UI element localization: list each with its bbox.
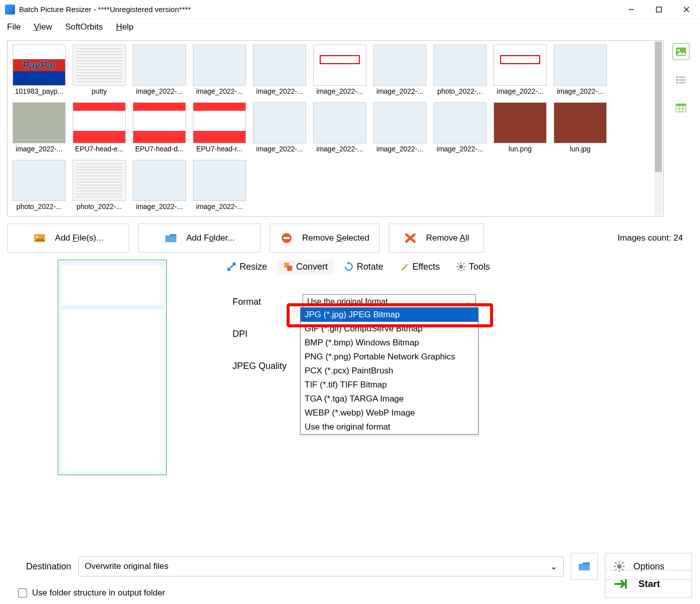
thumbnail-item[interactable]: image_2022-...	[312, 102, 367, 153]
thumbnail-item[interactable]: image_2022-...	[192, 45, 247, 95]
menu-view[interactable]: View	[34, 22, 52, 32]
tab-resize[interactable]: Resize	[220, 260, 273, 274]
tab-effects[interactable]: Effects	[393, 260, 446, 274]
thumbnail-item[interactable]: lun.jpg	[553, 102, 608, 153]
svg-rect-1	[656, 7, 661, 12]
format-dropdown-list[interactable]: JPG (*.jpg) JPEG BitmapGIF (*.gif) Compu…	[300, 307, 479, 435]
format-option[interactable]: Use the original format	[301, 420, 478, 434]
convert-icon	[283, 262, 293, 272]
destination-label: Destination	[8, 561, 71, 572]
thumbnail-item[interactable]: photo_2022-...	[72, 160, 127, 211]
svg-line-30	[463, 269, 464, 271]
maximize-button[interactable]	[645, 0, 672, 19]
thumbnail-image	[433, 102, 487, 143]
tab-tools[interactable]: Tools	[450, 260, 496, 274]
thumbnail-image	[133, 102, 186, 143]
svg-line-42	[622, 562, 623, 564]
tab-rotate[interactable]: Rotate	[338, 260, 389, 274]
menu-file[interactable]: File	[7, 22, 21, 32]
thumbnail-label: photo_2022-...	[433, 87, 487, 95]
format-option[interactable]: WEBP (*.webp) WebP Image	[301, 406, 478, 420]
view-thumbnails-button[interactable]	[672, 43, 689, 60]
thumbnail-item[interactable]: image_2022-...	[252, 102, 307, 153]
thumbnail-item[interactable]: image_2022-...	[192, 160, 247, 211]
thumbnail-image	[133, 160, 186, 201]
thumbnail-item[interactable]: EPU7-head-e...	[72, 102, 127, 153]
thumbnail-item[interactable]: EPU7-head-d...	[132, 102, 187, 153]
thumbnail-item[interactable]: putty	[72, 45, 127, 95]
thumbnail-item[interactable]: image_2022-...	[12, 102, 67, 153]
svg-rect-6	[676, 77, 678, 78]
thumbnail-item[interactable]: image_2022-...	[372, 45, 427, 95]
thumbnail-item[interactable]: image_2022-...	[132, 160, 187, 211]
app-icon	[5, 5, 15, 15]
thumbnail-item[interactable]: photo_2022-...	[12, 160, 67, 211]
thumbnail-item[interactable]: image_2022-...	[132, 45, 187, 95]
thumbnail-item[interactable]: image_2022-...	[432, 102, 488, 153]
tab-convert[interactable]: Convert	[277, 260, 334, 274]
thumbnail-item[interactable]: image_2022-...	[252, 45, 307, 95]
destination-value: Overwrite original files	[85, 561, 168, 571]
jpeg-quality-label: JPEG Quality	[232, 361, 303, 371]
add-files-button[interactable]: Add File(s)...	[7, 224, 129, 253]
thumbnail-label: lun.png	[494, 145, 547, 153]
convert-form: Format Use the original format ⌄ JPG (*.…	[220, 279, 693, 382]
thumbnail-image	[373, 102, 426, 143]
thumbnail-label: image_2022-...	[253, 87, 306, 95]
folder-structure-checkbox[interactable]	[18, 588, 27, 597]
menu-help[interactable]: Help	[116, 22, 134, 32]
start-button[interactable]: Start	[605, 570, 692, 598]
close-button[interactable]	[672, 0, 700, 19]
thumbnail-item[interactable]: photo_2022-...	[432, 45, 488, 95]
thumbnail-image	[313, 102, 366, 143]
thumbnail-label: EPU7-head-e...	[73, 145, 126, 153]
menu-softorbits[interactable]: SoftOrbits	[65, 22, 103, 32]
thumbnail-item[interactable]: EPU7-head-r...	[192, 102, 247, 153]
thumbnail-image	[193, 160, 246, 201]
start-label: Start	[638, 578, 660, 589]
minimize-button[interactable]	[617, 0, 645, 19]
thumbnail-item[interactable]: image_2022-...	[312, 45, 367, 95]
tab-strip: Resize Convert Rotate Effects Tools	[220, 258, 693, 276]
images-count-label: Images count: 24	[618, 233, 693, 243]
thumbnail-grid[interactable]: 101983_payp...puttyimage_2022-...image_2…	[7, 40, 664, 217]
rotate-icon	[344, 262, 354, 272]
remove-icon	[280, 232, 293, 244]
format-label: Format	[232, 297, 303, 307]
thumbnail-label: image_2022-...	[253, 145, 306, 153]
thumbnail-scrollbar[interactable]	[654, 42, 662, 215]
thumbnail-item[interactable]: image_2022-...	[553, 45, 608, 95]
format-option[interactable]: BMP (*.bmp) Windows Bitmap	[301, 336, 478, 350]
browse-destination-button[interactable]	[571, 553, 598, 580]
thumbnail-item[interactable]: 101983_payp...	[12, 45, 67, 95]
format-option[interactable]: PNG (*.png) Portable Network Graphics	[301, 350, 478, 364]
scrollbar-handle[interactable]	[655, 42, 662, 172]
thumbnail-label: EPU7-head-d...	[133, 145, 186, 153]
svg-rect-12	[676, 104, 686, 106]
thumbnail-image	[253, 102, 306, 143]
format-option[interactable]: TGA (*.tga) TARGA Image	[301, 392, 478, 406]
remove-selected-button[interactable]: Remove Selected	[270, 224, 380, 253]
format-option[interactable]: GIF (*.gif) CompuServe Bitmap	[301, 322, 478, 336]
thumbnail-item[interactable]: lun.png	[493, 102, 548, 153]
remove-all-button[interactable]: Remove All	[389, 224, 484, 253]
svg-rect-11	[679, 82, 685, 84]
format-option[interactable]: PCX (*.pcx) PaintBrush	[301, 364, 478, 378]
destination-dropdown[interactable]: Overwrite original files ⌄	[78, 556, 564, 576]
folder-structure-label: Use folder structure in output folder	[32, 588, 165, 598]
thumbnail-image	[494, 102, 547, 143]
svg-point-24	[459, 265, 463, 269]
add-folder-button[interactable]: Add Folder...	[138, 224, 261, 253]
format-option[interactable]: JPG (*.jpg) JPEG Bitmap	[301, 308, 478, 322]
thumbnail-image	[373, 45, 426, 86]
tab-tools-label: Tools	[469, 262, 490, 272]
thumbnail-item[interactable]: image_2022-...	[372, 102, 427, 153]
view-list-button[interactable]	[672, 71, 689, 88]
tab-resize-label: Resize	[240, 262, 267, 272]
thumbnail-label: photo_2022-...	[13, 203, 66, 211]
thumbnail-item[interactable]: image_2022-...	[493, 45, 548, 95]
add-files-icon	[33, 232, 46, 244]
view-details-button[interactable]	[672, 99, 689, 116]
format-option[interactable]: TIF (*.tif) TIFF Bitmap	[301, 378, 478, 392]
thumbnail-label: image_2022-...	[13, 145, 66, 153]
